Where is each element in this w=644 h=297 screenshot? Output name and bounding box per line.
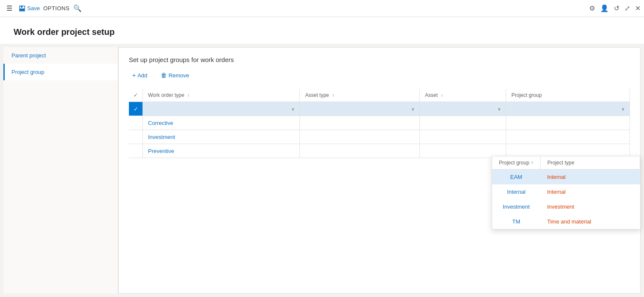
dropdown-group-eam: EAM: [492, 170, 540, 185]
col-asset-type[interactable]: Asset type ↑: [300, 89, 420, 102]
dropdown-arrow-4: ∨: [621, 107, 624, 111]
row2-project-group[interactable]: [506, 116, 630, 130]
hamburger-menu-icon[interactable]: ☰: [3, 3, 15, 14]
dropdown-type-eam: Internal: [540, 170, 640, 185]
project-group-dropdown: Project group ↑ Project type EAM Interna…: [492, 156, 641, 229]
dropdown-col-group[interactable]: Project group ↑: [492, 156, 540, 170]
sidebar: Parent project Project group: [3, 47, 118, 294]
project-group-table: ✓ Work order type ↑ Asset type ↑ Asset ↑…: [129, 89, 630, 158]
sidebar-item-project-group[interactable]: Project group: [3, 64, 118, 80]
page: Work order project setup Parent project …: [0, 17, 644, 297]
save-icon: [19, 5, 26, 12]
save-label: Save: [27, 5, 40, 11]
row2-asset[interactable]: [420, 116, 506, 130]
row1-work-order-type[interactable]: ∨: [143, 102, 300, 116]
table-header-row: ✓ Work order type ↑ Asset type ↑ Asset ↑…: [129, 89, 630, 102]
row1-asset[interactable]: ∨: [420, 102, 506, 116]
dropdown-option-investment[interactable]: Investment Investment: [492, 199, 640, 214]
sort-arrow-work-order: ↑: [187, 93, 189, 98]
dropdown-col-type[interactable]: Project type: [540, 156, 640, 170]
row1-check-cell[interactable]: ✓: [129, 102, 143, 116]
dropdown-sort-arrow: ↑: [531, 160, 533, 166]
titlebar-actions: ⚙ 👤 ↺ ⤢ ✕: [589, 4, 641, 12]
save-button[interactable]: Save: [19, 5, 40, 12]
main-heading: Set up project groups for work orders: [129, 56, 630, 63]
dropdown-arrow-2: ∨: [411, 107, 414, 111]
dropdown-group-tm: TM: [492, 214, 540, 229]
table-row: ✓ ∨ ∨: [129, 102, 630, 116]
refresh-icon[interactable]: ↺: [614, 4, 619, 12]
sort-arrow-asset-type: ↑: [332, 93, 334, 98]
options-button[interactable]: OPTIONS: [43, 5, 70, 11]
main-header: Set up project groups for work orders + …: [119, 48, 640, 89]
svg-rect-2: [20, 8, 24, 11]
dropdown-type-tam: Time and material: [540, 214, 640, 229]
titlebar: ☰ Save OPTIONS 🔍 ⚙ 👤 ↺ ⤢ ✕: [0, 0, 644, 17]
add-label: Add: [137, 72, 147, 79]
row4-asset-type[interactable]: [300, 144, 420, 158]
page-title: Work order project setup: [14, 27, 630, 37]
settings-icon[interactable]: ⚙: [589, 4, 595, 12]
remove-button[interactable]: 🗑 Remove: [157, 70, 192, 80]
page-header: Work order project setup: [0, 17, 644, 44]
resize-icon[interactable]: ⤢: [624, 4, 630, 12]
col-work-order-type[interactable]: Work order type ↑: [143, 89, 300, 102]
sidebar-item-parent-project[interactable]: Parent project: [3, 47, 118, 64]
dropdown-group-investment: Investment: [492, 199, 540, 214]
remove-label: Remove: [168, 72, 189, 79]
dropdown-option-tm[interactable]: TM Time and material: [492, 214, 640, 229]
search-icon[interactable]: 🔍: [73, 4, 82, 13]
row3-check-cell: [129, 130, 143, 144]
dropdown-arrow-1: ∨: [291, 107, 294, 111]
row3-asset[interactable]: [420, 130, 506, 144]
row4-check-cell: [129, 144, 143, 158]
remove-icon: 🗑: [161, 72, 167, 79]
row4-work-order-type[interactable]: Preventive: [143, 144, 300, 158]
sort-arrow-asset: ↑: [441, 93, 443, 98]
add-button[interactable]: + Add: [129, 70, 151, 80]
col-project-group[interactable]: Project group: [506, 89, 630, 102]
row1-checkbox[interactable]: ✓: [129, 102, 142, 116]
main-content: Set up project groups for work orders + …: [118, 47, 641, 294]
toolbar: + Add 🗑 Remove: [129, 70, 630, 84]
row2-work-order-type[interactable]: Corrective: [143, 116, 300, 130]
close-icon[interactable]: ✕: [635, 4, 641, 12]
dropdown-group-internal: Internal: [492, 184, 540, 199]
dropdown-table: Project group ↑ Project type EAM Interna…: [492, 156, 640, 229]
row3-project-group[interactable]: [506, 130, 630, 144]
col-asset[interactable]: Asset ↑: [420, 89, 506, 102]
user-icon[interactable]: 👤: [600, 4, 609, 12]
row2-check-cell: [129, 116, 143, 130]
row1-project-group[interactable]: ∨: [506, 102, 630, 116]
dropdown-arrow-3: ∨: [498, 107, 501, 111]
table-row: Investment: [129, 130, 630, 144]
row1-asset-type[interactable]: ∨: [300, 102, 420, 116]
add-icon: +: [132, 72, 136, 79]
dropdown-option-internal[interactable]: Internal Internal: [492, 184, 640, 199]
page-body: Parent project Project group Set up proj…: [0, 44, 644, 297]
dropdown-option-eam[interactable]: EAM Internal: [492, 170, 640, 185]
dropdown-header-row: Project group ↑ Project type: [492, 156, 640, 170]
row2-asset-type[interactable]: [300, 116, 420, 130]
row3-asset-type[interactable]: [300, 130, 420, 144]
row3-work-order-type[interactable]: Investment: [143, 130, 300, 144]
svg-rect-1: [21, 6, 23, 8]
col-check: ✓: [129, 89, 143, 102]
table-row: Corrective: [129, 116, 630, 130]
dropdown-type-internal: Internal: [540, 184, 640, 199]
dropdown-type-investment: Investment: [540, 199, 640, 214]
